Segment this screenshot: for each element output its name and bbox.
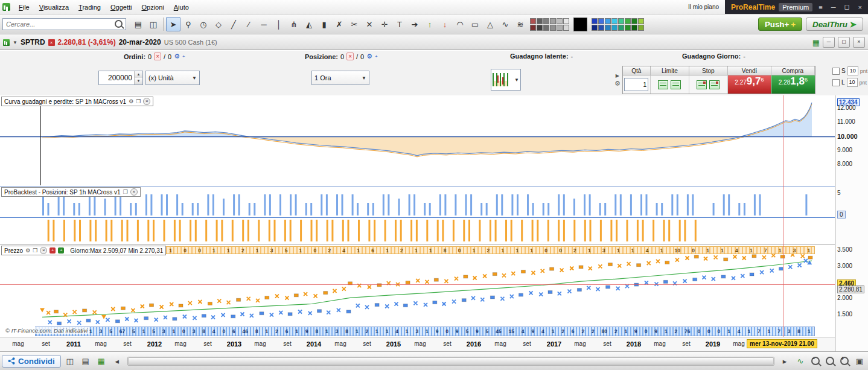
- equity-curve-chart[interactable]: [0, 95, 835, 186]
- menu-oggetti[interactable]: Oggetti: [106, 2, 136, 13]
- zoom-out-icon[interactable]: −: [809, 355, 822, 367]
- my-plan-link[interactable]: Il mio piano: [682, 4, 725, 10]
- color-swatch[interactable]: [605, 25, 611, 31]
- curve-tool-icon[interactable]: ◠: [453, 17, 467, 31]
- candlestick-tool-icon[interactable]: ▮: [317, 17, 331, 31]
- quantity-value[interactable]: 200000: [99, 74, 134, 82]
- push-button[interactable]: Push++: [758, 18, 802, 31]
- price-close-icon[interactable]: ×: [40, 247, 47, 254]
- sell-button[interactable]: 2.279,76: [728, 75, 771, 94]
- stop-checkbox[interactable]: [832, 68, 840, 75]
- pitchfork-tool-icon[interactable]: ⋔: [287, 17, 301, 31]
- chart-list-icon[interactable]: ▤: [131, 17, 145, 31]
- instrument-dropdown-icon[interactable]: ▼: [13, 40, 18, 45]
- positions-window-icon[interactable]: ❐: [123, 189, 128, 195]
- equity-window-icon[interactable]: ❐: [136, 98, 141, 104]
- scroll-left-icon[interactable]: ◂: [110, 354, 124, 368]
- color-swatch[interactable]: [550, 25, 556, 31]
- add-indicator-icon[interactable]: ∿: [794, 354, 807, 368]
- arrow-tool-icon[interactable]: ➔: [407, 17, 422, 31]
- color-swatch[interactable]: [598, 25, 604, 31]
- color-swatch[interactable]: [611, 25, 617, 31]
- color-swatch[interactable]: [638, 18, 644, 24]
- chart-scrollbar[interactable]: [127, 357, 774, 366]
- zoom-select-icon[interactable]: [824, 355, 836, 367]
- color-swatch[interactable]: [611, 18, 617, 24]
- quantity-stepper[interactable]: 200000 ▲ ▼: [98, 71, 143, 85]
- hsegment-tool-icon[interactable]: ─: [257, 17, 271, 31]
- delete-tool-icon[interactable]: ✗: [332, 17, 346, 31]
- color-swatch[interactable]: [625, 18, 631, 24]
- window-close-icon[interactable]: ×: [856, 4, 864, 11]
- ruler-icon[interactable]: ◇: [211, 17, 226, 31]
- search-icon[interactable]: [115, 20, 123, 28]
- color-swatch[interactable]: [625, 25, 631, 31]
- price-add-red-icon[interactable]: +: [49, 247, 56, 254]
- alarm-add-icon[interactable]: ◷: [196, 17, 211, 31]
- scissors-tool-icon[interactable]: ✂: [347, 17, 362, 31]
- equity-close-icon[interactable]: ×: [143, 98, 150, 105]
- black-color-swatch[interactable]: [573, 18, 587, 31]
- color-swatch[interactable]: [592, 18, 598, 24]
- panel-collapse-icon[interactable]: ▶: [616, 73, 619, 78]
- color-swatch[interactable]: [537, 18, 543, 24]
- window-menu-icon[interactable]: ≡: [816, 4, 825, 11]
- sell-limit-order-icon[interactable]: [671, 80, 681, 89]
- zoom-in-icon[interactable]: +: [838, 355, 850, 367]
- chart-scrollbar-thumb[interactable]: [128, 357, 774, 365]
- scroll-right-icon[interactable]: ▸: [778, 354, 791, 368]
- time-axis[interactable]: mer 13-nov-2019 21.00 magset2011magset20…: [0, 337, 835, 352]
- color-swatch[interactable]: [631, 25, 637, 31]
- color-swatch[interactable]: [543, 25, 549, 31]
- price-window-icon[interactable]: ❐: [33, 247, 37, 254]
- charts-area[interactable]: Curva guadagni e perdite: SP 1h MACross …: [0, 95, 835, 337]
- limit-points-input[interactable]: 10: [847, 78, 858, 87]
- window-maximize-icon[interactable]: ◻: [841, 3, 852, 11]
- color-swatch[interactable]: [605, 18, 611, 24]
- color-swatch[interactable]: [557, 25, 563, 31]
- spin-down-icon[interactable]: ▼: [135, 78, 142, 85]
- positions-grid-icon[interactable]: ▦: [95, 354, 108, 368]
- color-swatch[interactable]: [530, 25, 536, 31]
- color-swatch[interactable]: [550, 18, 556, 24]
- chart-type-button[interactable]: ▼: [491, 69, 521, 91]
- price-chart[interactable]: [0, 244, 835, 337]
- color-swatch[interactable]: [543, 18, 549, 24]
- panel-maximize-icon[interactable]: ◻: [838, 37, 850, 48]
- equity-settings-icon[interactable]: ⚙: [129, 98, 133, 104]
- cancel-orders-icon[interactable]: ×: [154, 53, 161, 60]
- menu-trading[interactable]: Trading: [74, 2, 106, 13]
- price-add-green-icon[interactable]: +: [58, 247, 64, 254]
- limit-checkbox[interactable]: [832, 79, 840, 86]
- dealthru-button[interactable]: DealThru➤: [806, 18, 863, 31]
- color-swatch[interactable]: [631, 18, 637, 24]
- zoom-tool-icon[interactable]: ⚲: [181, 17, 196, 31]
- unit-select[interactable]: (x) Unità ▼: [145, 71, 200, 85]
- color-swatch[interactable]: [592, 25, 598, 31]
- crosshair-tool-icon[interactable]: ✛: [377, 17, 392, 31]
- segment-tool-icon[interactable]: ∕: [241, 17, 256, 31]
- panel-close-icon[interactable]: ×: [853, 37, 865, 48]
- pointer-tool-icon[interactable]: ➤: [166, 17, 180, 31]
- menu-visualizza[interactable]: Visualizza: [34, 2, 74, 13]
- cross-tool-icon[interactable]: ✕: [362, 17, 377, 31]
- workspace-grid-icon[interactable]: ▦: [812, 38, 820, 47]
- panel-settings-icon[interactable]: ⚙: [614, 80, 621, 88]
- quantity-spin-arrows[interactable]: ▲ ▼: [134, 71, 142, 85]
- search-input[interactable]: [2, 18, 126, 30]
- instrument-symbol[interactable]: SPTRD: [21, 38, 45, 46]
- fit-chart-icon[interactable]: ▣: [853, 354, 866, 368]
- color-swatch[interactable]: [598, 18, 604, 24]
- window-minimize-icon[interactable]: ─: [829, 4, 838, 11]
- color-swatch[interactable]: [638, 25, 644, 31]
- positions-close-icon[interactable]: ×: [130, 188, 138, 196]
- color-swatch[interactable]: [557, 18, 563, 24]
- triangle-tool-icon[interactable]: △: [483, 17, 497, 31]
- vsegment-tool-icon[interactable]: │: [272, 17, 286, 31]
- color-swatch[interactable]: [618, 18, 624, 24]
- buy-limit-order-icon[interactable]: [658, 80, 668, 89]
- user-chart-icon[interactable]: ◫: [146, 17, 161, 31]
- menu-aiuto[interactable]: Aiuto: [169, 2, 194, 13]
- share-button[interactable]: Condividi: [2, 355, 61, 368]
- accounts-icon[interactable]: ◫: [63, 354, 77, 368]
